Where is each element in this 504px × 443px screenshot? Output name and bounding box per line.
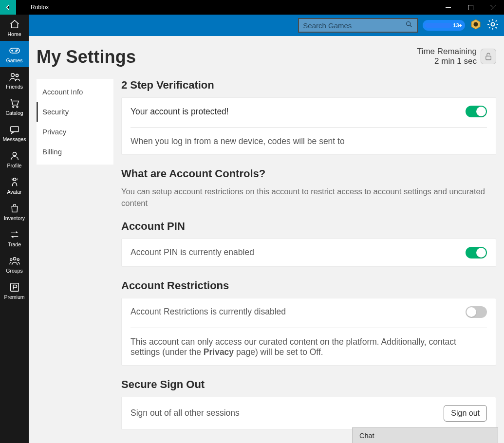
section-title-2step: 2 Step Verification (121, 79, 496, 92)
window-title: Roblox (31, 4, 49, 11)
toggle-restrictions[interactable] (466, 306, 487, 318)
back-button[interactable] (0, 0, 16, 15)
toggle-2step[interactable] (466, 106, 487, 117)
time-remaining-value: 2 min 1 sec (417, 56, 477, 66)
time-remaining-label: Time Remaining (417, 47, 477, 56)
svg-point-12 (10, 258, 12, 260)
rail-item-label: Home (7, 31, 21, 37)
svg-point-18 (491, 23, 495, 26)
robux-icon[interactable] (470, 18, 482, 32)
svg-point-2 (17, 50, 18, 51)
svg-rect-14 (10, 283, 19, 292)
rail-item-label: Trade (8, 241, 21, 247)
restrictions-status-text: Account Restrictions is currently disabl… (131, 307, 286, 317)
section-desc-controls: You can setup account restrictions on th… (121, 186, 496, 209)
section-title-restrictions: Account Restrictions (121, 279, 496, 292)
window-minimize-button[interactable] (437, 0, 459, 15)
svg-point-6 (12, 106, 14, 108)
rail-item-premium[interactable]: Premium (0, 277, 29, 304)
rail-item-messages[interactable]: Messages (0, 120, 29, 146)
time-remaining-block: Time Remaining 2 min 1 sec (417, 47, 496, 66)
svg-point-5 (16, 74, 18, 76)
maximize-icon (468, 5, 473, 10)
page-title: My Settings (37, 47, 136, 67)
search-input[interactable] (303, 21, 405, 30)
window-titlebar: Roblox (0, 0, 504, 15)
svg-rect-19 (486, 56, 491, 60)
section-title-controls: What are Account Controls? (121, 167, 496, 180)
rail-item-label: Avatar (7, 189, 21, 195)
svg-point-10 (13, 178, 16, 181)
section-title-pin: Account PIN (121, 220, 496, 233)
profile-icon (9, 150, 20, 162)
rail-item-profile[interactable]: Profile (0, 146, 29, 172)
tab-account-info[interactable]: Account Info (37, 82, 113, 102)
signout-status-text: Sign out of all other sessions (131, 408, 240, 418)
close-icon (490, 5, 496, 10)
card-pin: Account PIN is currently enabled (121, 239, 496, 267)
section-title-signout: Secure Sign Out (121, 378, 496, 391)
rail-item-avatar[interactable]: Avatar (0, 172, 29, 199)
arrow-left-icon (4, 3, 12, 11)
rail-item-catalog[interactable]: Catalog (0, 93, 29, 120)
cart-icon (9, 97, 20, 109)
svg-point-15 (407, 22, 411, 26)
search-box[interactable] (298, 18, 418, 33)
svg-point-4 (11, 74, 14, 77)
rail-item-trade[interactable]: Trade (0, 225, 29, 251)
settings-tabs: Account Info Security Privacy Billing (37, 79, 113, 165)
window-close-button[interactable] (482, 0, 504, 15)
age-chip-text: 13+ (453, 22, 462, 28)
svg-point-11 (13, 258, 16, 260)
2step-desc: When you log in from a new device, codes… (131, 136, 487, 147)
rail-item-label: Profile (7, 163, 22, 168)
left-nav-rail: Home Games Friends Catalog Messages Prof… (0, 15, 29, 443)
rail-item-label: Catalog (5, 110, 23, 116)
top-bar: 13+ (29, 15, 504, 36)
age-chip-bar (425, 23, 452, 28)
svg-rect-8 (10, 127, 18, 132)
tab-billing[interactable]: Billing (37, 142, 113, 162)
card-2step: Your account is protected! When you log … (121, 97, 496, 155)
rail-item-friends[interactable]: Friends (0, 67, 29, 93)
restrictions-desc: This account can only access our curated… (131, 337, 487, 357)
card-restrictions: Account Restrictions is currently disabl… (121, 298, 496, 366)
rail-item-label: Premium (4, 294, 24, 300)
search-icon (405, 20, 413, 30)
window-maximize-button[interactable] (459, 0, 482, 15)
rail-item-games[interactable]: Games (0, 41, 29, 67)
groups-icon (9, 255, 20, 267)
home-icon (9, 18, 20, 30)
age-chip[interactable]: 13+ (423, 20, 465, 31)
chat-tab[interactable]: Chat (352, 427, 498, 443)
2step-status-text: Your account is protected! (131, 107, 229, 117)
messages-icon (9, 124, 20, 135)
trade-icon (9, 229, 20, 240)
rail-item-label: Messages (3, 136, 26, 142)
avatar-icon (9, 176, 20, 188)
rail-item-inventory[interactable]: Inventory (0, 199, 29, 225)
rail-item-groups[interactable]: Groups (0, 251, 29, 277)
sign-out-button[interactable]: Sign out (444, 405, 487, 422)
svg-point-17 (474, 22, 478, 27)
svg-point-7 (17, 106, 18, 108)
settings-gear-icon[interactable] (486, 18, 499, 33)
tab-security[interactable]: Security (37, 102, 113, 122)
svg-point-3 (16, 51, 17, 52)
tab-privacy[interactable]: Privacy (37, 122, 113, 142)
pin-status-text: Account PIN is currently enabled (131, 247, 254, 258)
rail-item-label: Groups (6, 268, 22, 274)
rail-item-label: Friends (6, 84, 23, 90)
restrictions-desc-post: page) will be set to Off. (234, 347, 323, 357)
settings-main: 2 Step Verification Your account is prot… (121, 79, 496, 443)
rail-item-label: Games (6, 57, 23, 63)
content-area: My Settings Time Remaining 2 min 1 sec A… (29, 36, 504, 443)
toggle-pin[interactable] (466, 247, 487, 258)
rail-item-home[interactable]: Home (0, 15, 29, 41)
rail-item-label: Inventory (4, 215, 25, 221)
restrictions-desc-bold: Privacy (204, 347, 234, 357)
unlock-icon (484, 52, 493, 61)
lock-button[interactable] (481, 49, 496, 64)
minimize-icon (446, 5, 451, 10)
friends-icon (9, 71, 20, 83)
